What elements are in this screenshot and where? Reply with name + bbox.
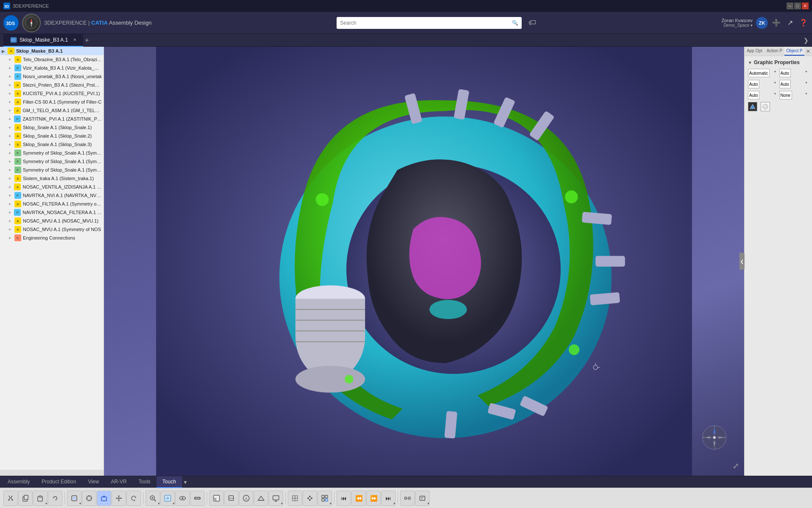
prop-select-auto2[interactable]: Auto	[748, 80, 759, 88]
tree-item[interactable]: +PZASTITNIK_PVI A.1 (ZASTITNIK_PVI.1	[0, 115, 104, 123]
prop-select-auto1[interactable]: Auto	[779, 69, 791, 77]
tag-icon[interactable]: 🏷	[528, 18, 536, 27]
cmd-hide-show[interactable]	[175, 491, 190, 506]
expand-icon[interactable]: ▶	[2, 49, 8, 54]
expand-viewport-icon[interactable]: ⤢	[733, 461, 739, 471]
right-panel-handle[interactable]: ❮	[739, 253, 745, 270]
expand-icon[interactable]: +	[8, 210, 14, 215]
cmd-annotation[interactable]: A	[239, 491, 253, 506]
expand-icon[interactable]: +	[8, 100, 14, 104]
prop-select-auto3[interactable]: Auto	[779, 80, 791, 88]
cmd-play-end[interactable]: ⏭▾	[381, 491, 396, 506]
bottom-tab-tools[interactable]: Tools	[133, 476, 157, 488]
expand-icon[interactable]: +	[8, 202, 14, 206]
search-input[interactable]	[340, 20, 512, 26]
expand-icon[interactable]: +	[8, 83, 14, 87]
brand-logo[interactable]: 3DS	[3, 15, 19, 31]
cmd-rotate[interactable]	[126, 491, 141, 506]
expand-icon[interactable]: +	[8, 176, 14, 181]
tree-item[interactable]: +AFilter-CS 00 A.1 (Symmetry of Filter-C	[0, 98, 104, 106]
cmd-cut[interactable]	[3, 491, 18, 506]
cmd-normal-view[interactable]: ▾	[160, 491, 175, 506]
tree-item[interactable]: +PNAVRTKA_NOSACA_FILTERA A.1 (Syr	[0, 208, 104, 217]
expand-icon[interactable]: +	[8, 236, 14, 240]
tree-item[interactable]: +ASistem_traka A.1 (Sistem_traka.1)	[0, 174, 104, 183]
tree-item[interactable]: +AStezni_Prsten_B3 A.1 (Stezni_Prsten_E	[0, 81, 104, 89]
cmd-grid[interactable]	[288, 491, 302, 506]
minimize-button[interactable]: ─	[787, 3, 793, 9]
tree-item[interactable]: +ATelo_Obrazine_B3 A.1 (Telo_Obrazine	[0, 55, 104, 64]
tree-item[interactable]: +AKUCISTE_PVI A.1 (KUCISTE_PVI.1)	[0, 89, 104, 98]
cmd-snap-to-grid[interactable]: ▾	[317, 491, 332, 506]
prop-select-automatic[interactable]: Automatic	[748, 69, 770, 77]
expand-icon[interactable]: +	[8, 185, 14, 189]
expand-icon[interactable]: +	[8, 159, 14, 164]
help-button[interactable]: ❓	[798, 18, 809, 28]
compass-widget[interactable]: Y -Y X -X	[702, 425, 727, 450]
prop-select-none[interactable]: None	[779, 91, 792, 99]
expand-icon[interactable]: +	[8, 227, 14, 232]
search-icon[interactable]: 🔍	[512, 20, 518, 26]
cmd-snap[interactable]	[82, 491, 96, 506]
tree-item[interactable]: +CEngineering Connections	[0, 234, 104, 242]
tree-item[interactable]: +ANOSAC_MVU A.1 (Symmetry of NOS	[0, 225, 104, 234]
more-tabs-icon[interactable]: ▾	[184, 479, 187, 485]
viewport[interactable]: Y -Y X -X ⤢	[104, 47, 744, 476]
cmd-select-all[interactable]: ▾	[67, 491, 81, 506]
color-button-2[interactable]	[761, 102, 770, 111]
tree-item[interactable]: +AGM_I_TELO_ASM A.1 (GM_I_TELO_A)	[0, 106, 104, 115]
cmd-clipping[interactable]	[224, 491, 239, 506]
tree-item[interactable]: +PVizir_Kalota_B3 A.1 (Vizir_Kalota_B3.1	[0, 64, 104, 72]
right-tab-actionp[interactable]: Action P	[764, 47, 784, 56]
active-tab[interactable]: Sklop_Maske_B3 A.1 ✕	[3, 34, 83, 47]
expand-icon[interactable]: +	[8, 91, 14, 96]
prop-select-auto4[interactable]: Auto	[748, 91, 759, 99]
bottom-tab-touch[interactable]: Touch	[157, 476, 182, 488]
cmd-shading[interactable]	[209, 491, 224, 506]
expand-icon[interactable]: +	[8, 57, 14, 62]
gp-expand-icon[interactable]: ▼	[748, 60, 752, 65]
cmd-section[interactable]	[254, 491, 268, 506]
restore-button[interactable]: □	[794, 3, 801, 9]
bottom-tab-assembly[interactable]: Assembly	[2, 476, 36, 488]
collapse-right-icon[interactable]: ❯	[804, 37, 809, 44]
expand-icon[interactable]: +	[8, 117, 14, 121]
right-tab-objectp[interactable]: Object P	[784, 47, 804, 56]
expand-icon[interactable]: +	[8, 134, 14, 138]
expand-icon[interactable]: +	[8, 125, 14, 130]
expand-icon[interactable]: +	[8, 193, 14, 198]
cmd-play-prev[interactable]: ⏪	[351, 491, 366, 506]
tree-item[interactable]: +ASklop_Snale A.1 (Sklop_Snale.2)	[0, 132, 104, 140]
tab-close-icon[interactable]: ✕	[73, 37, 76, 42]
cmd-move[interactable]	[112, 491, 126, 506]
tree-item[interactable]: +FSymmetry of Sklop_Snale A.1 (Symme	[0, 166, 104, 174]
expand-icon[interactable]: +	[8, 142, 14, 147]
cmd-properties[interactable]: ▾	[415, 491, 430, 506]
tree-item[interactable]: +PNosni_umetak_B3 A.1 (Nosni_umetak	[0, 72, 104, 81]
tree-item[interactable]: +ANOSAC_VENTILA_IZDISANJA A.1 (NC	[0, 183, 104, 191]
bottom-tab-view[interactable]: View	[82, 476, 105, 488]
tree-item[interactable]: +ASklop_Snale A.1 (Sklop_Snale.1)	[0, 123, 104, 132]
tree-item[interactable]: +ANOSAC_FILTERA A.1 (Symmetry of N	[0, 200, 104, 208]
cmd-explosion[interactable]	[400, 491, 415, 506]
cmd-point[interactable]	[303, 491, 317, 506]
tree-item[interactable]: +ASklop_Snale A.1 (Sklop_Snale.3)	[0, 140, 104, 149]
user-space[interactable]: Demo_Space ▾	[722, 23, 753, 28]
cmd-measure[interactable]	[190, 491, 205, 506]
tree-item[interactable]: +ANOSAC_MVU A.1 (NOSAC_MVU.1)	[0, 217, 104, 225]
cmd-box-select[interactable]	[97, 491, 111, 506]
tree-item[interactable]: +FSymmetry of Sklop_Snale A.1 (Symme	[0, 149, 104, 157]
bottom-tab-ar-vr[interactable]: AR-VR	[105, 476, 132, 488]
expand-icon[interactable]: +	[8, 108, 14, 113]
cmd-play-start[interactable]: ⏮	[337, 491, 351, 506]
cmd-copy[interactable]	[18, 491, 33, 506]
tree-root[interactable]: ▶ A Sklop_Maske_B3 A.1	[0, 47, 104, 55]
tree-item[interactable]: +FSymmetry of Sklop_Snale A.1 (Symme	[0, 157, 104, 166]
compass-button[interactable]	[22, 14, 41, 32]
cmd-play-next[interactable]: ⏩	[366, 491, 381, 506]
bottom-tab-product-edition[interactable]: Product Edition	[36, 476, 82, 488]
expand-icon[interactable]: +	[8, 74, 14, 79]
tree-scrollbar[interactable]	[0, 470, 104, 476]
add-button[interactable]: ➕	[771, 18, 781, 28]
close-right-panel[interactable]: ✕	[804, 47, 812, 56]
